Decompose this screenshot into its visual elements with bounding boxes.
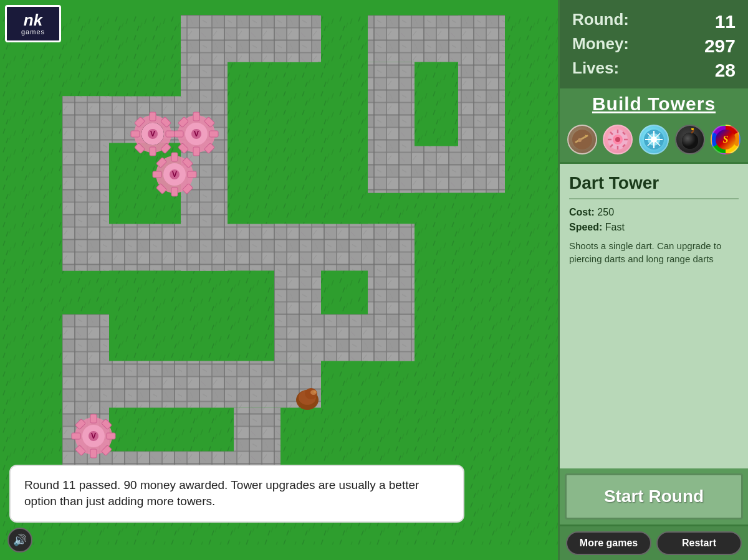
svg-text:V: V [91, 432, 96, 440]
tower-3[interactable]: V [150, 149, 199, 199]
enemy [290, 380, 324, 417]
money-row: Money: 297 [572, 34, 736, 58]
svg-point-95 [314, 391, 316, 393]
super-monkey-icon[interactable]: S [711, 125, 741, 154]
tower-cost-row: Cost: 250 [569, 207, 739, 218]
svg-text:V: V [150, 130, 155, 138]
svg-rect-31 [368, 62, 415, 193]
game-area: nk games V [0, 0, 558, 560]
dart-tower-icon[interactable] [567, 125, 597, 154]
lives-row: Lives: 28 [572, 58, 736, 82]
svg-rect-83 [90, 449, 97, 458]
build-towers-section: Build Towers [560, 88, 748, 120]
start-round-label: Start Round [604, 486, 704, 506]
svg-rect-70 [171, 153, 178, 161]
svg-rect-35 [274, 224, 321, 361]
logo-games-text: games [21, 28, 45, 36]
restart-button[interactable]: Restart [656, 531, 742, 555]
message-text: Round 11 passed. 90 money awarded. Tower… [24, 478, 419, 508]
money-label: Money: [572, 34, 629, 58]
svg-text:V: V [194, 130, 199, 138]
bomb-tower-icon[interactable] [675, 125, 705, 154]
tower-speed-row: Speed: Fast [569, 222, 739, 233]
bottom-bar: More games Restart [560, 524, 748, 560]
svg-point-119 [682, 133, 698, 149]
svg-text:S: S [723, 134, 729, 145]
svg-rect-61 [209, 131, 218, 137]
svg-rect-46 [150, 112, 156, 121]
cost-label: Cost: [569, 207, 595, 217]
ice-tower-icon[interactable] [639, 125, 669, 154]
money-value: 297 [704, 34, 736, 58]
round-row: Round: 11 [572, 9, 736, 34]
svg-text:V: V [172, 170, 177, 179]
tower-detail-panel: Dart Tower Cost: 250 Speed: Fast Shoots … [560, 164, 748, 468]
logo-nk-text: nk [24, 12, 42, 28]
svg-rect-58 [193, 112, 199, 121]
tower-4[interactable]: V [69, 411, 118, 461]
tower-description: Shoots a single dart. Can upgrade to pie… [569, 239, 739, 265]
speed-label: Speed: [569, 222, 602, 232]
svg-rect-84 [72, 433, 80, 439]
lives-label: Lives: [572, 58, 619, 82]
tack-tower-icon[interactable] [603, 125, 633, 154]
svg-rect-85 [107, 433, 115, 439]
more-games-button[interactable]: More games [566, 531, 651, 555]
svg-rect-72 [153, 171, 161, 178]
round-label: Round: [572, 9, 629, 34]
tower-detail-name: Dart Tower [569, 173, 739, 199]
message-box: Round 11 passed. 90 money awarded. Tower… [9, 465, 464, 523]
speed-value: Fast [605, 222, 625, 232]
svg-point-102 [615, 137, 620, 142]
lives-value: 28 [715, 58, 736, 82]
svg-point-99 [578, 138, 582, 142]
svg-rect-73 [188, 171, 196, 178]
svg-rect-48 [131, 131, 140, 137]
sound-button[interactable]: 🔊 [7, 528, 32, 553]
nk-games-logo: nk games [5, 5, 61, 42]
svg-rect-82 [90, 414, 97, 423]
cost-value: 250 [597, 207, 614, 217]
start-round-button[interactable]: Start Round [565, 473, 743, 520]
svg-rect-60 [175, 131, 183, 137]
build-towers-title: Build Towers [592, 93, 716, 114]
sidebar: Round: 11 Money: 297 Lives: 28 Build Tow… [558, 0, 748, 560]
stats-panel: Round: 11 Money: 297 Lives: 28 [560, 0, 748, 88]
round-value: 11 [715, 9, 736, 34]
svg-rect-71 [171, 187, 178, 196]
tower-icons-row: S [560, 120, 748, 164]
svg-rect-41 [181, 16, 318, 62]
sound-icon: 🔊 [13, 533, 27, 547]
